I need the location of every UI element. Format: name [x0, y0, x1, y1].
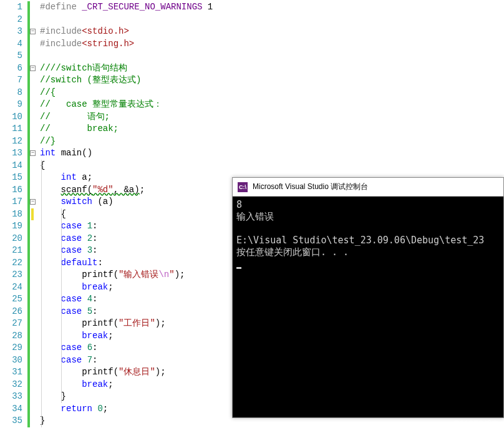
code-line[interactable]: #include<stdio.h> — [40, 26, 504, 38]
line-number: 17 — [0, 196, 22, 208]
code-line[interactable]: //} — [40, 135, 504, 148]
code-line[interactable]: //switch (整型表达式) — [40, 74, 504, 87]
line-number: 4 — [0, 38, 22, 51]
margin-row — [27, 14, 40, 26]
line-number: 28 — [0, 330, 22, 343]
console-title: Microsoft Visual Studio 调试控制台 — [253, 182, 368, 192]
line-number: 29 — [0, 342, 22, 354]
margin-row — [27, 354, 40, 367]
margin-row — [27, 87, 40, 99]
margin-row — [27, 135, 40, 148]
console-line: 按任意键关闭此窗口. . . — [236, 246, 500, 258]
margin-row — [27, 366, 40, 379]
code-line[interactable] — [40, 50, 504, 62]
line-number: 3 — [0, 26, 22, 38]
line-number: 25 — [0, 293, 22, 306]
line-number: 27 — [0, 318, 22, 330]
console-titlebar[interactable]: C:\ Microsoft Visual Studio 调试控制台 — [233, 178, 503, 197]
margin-row — [27, 50, 40, 62]
code-line[interactable]: //{ — [40, 87, 504, 99]
console-line — [236, 223, 500, 235]
code-line[interactable]: #include<string.h> — [40, 38, 504, 51]
margin-row — [27, 111, 40, 124]
margin-row — [27, 318, 40, 330]
margin-row — [27, 293, 40, 306]
line-number: 24 — [0, 281, 22, 294]
margin-row — [27, 160, 40, 172]
fold-toggle-icon[interactable]: − — [30, 66, 36, 71]
line-number-gutter: 1234567891011121314151617181920212223242… — [0, 0, 27, 433]
line-number: 7 — [0, 74, 22, 87]
margin-row — [27, 245, 40, 257]
code-line[interactable]: // 语句; — [40, 111, 504, 124]
console-cursor-line — [236, 258, 500, 270]
code-line[interactable] — [40, 14, 504, 26]
margin-row — [27, 208, 40, 221]
line-number: 22 — [0, 257, 22, 270]
line-number: 21 — [0, 245, 22, 257]
fold-toggle-icon[interactable]: − — [30, 150, 36, 156]
console-line: 8 — [236, 199, 500, 211]
line-number: 15 — [0, 172, 22, 184]
fold-toggle-icon[interactable]: − — [30, 199, 36, 205]
margin-row — [27, 281, 40, 294]
margin-row — [27, 269, 40, 281]
code-line[interactable]: // case 整型常量表达式： — [40, 99, 504, 111]
console-line: 输入错误 — [236, 211, 500, 223]
line-number: 35 — [0, 415, 22, 427]
code-line[interactable]: ////switch语句结构 — [40, 62, 504, 75]
line-number: 6 — [0, 62, 22, 75]
console-icon: C:\ — [238, 182, 248, 192]
fold-margin[interactable]: −−−− — [27, 0, 40, 433]
line-number: 10 — [0, 111, 22, 124]
line-number: 30 — [0, 354, 22, 367]
margin-row — [27, 342, 40, 354]
indent-guide — [61, 208, 62, 403]
line-number: 9 — [0, 99, 22, 111]
debug-console-window[interactable]: C:\ Microsoft Visual Studio 调试控制台 8输入错误 … — [232, 177, 504, 418]
margin-row — [27, 415, 40, 427]
code-line[interactable]: #define _CRT_SECURE_NO_WARNINGS 1 — [40, 1, 504, 14]
console-output: 8输入错误 E:\Visual Studio\test_23.09.06\Deb… — [233, 197, 503, 273]
indent-guide — [41, 160, 42, 427]
line-number: 34 — [0, 403, 22, 416]
margin-row — [27, 184, 40, 197]
line-number: 2 — [0, 14, 22, 26]
margin-row — [27, 123, 40, 135]
line-number: 12 — [0, 135, 22, 148]
line-number: 13 — [0, 147, 22, 160]
code-line[interactable]: // break; — [40, 123, 504, 135]
line-number: 1 — [0, 1, 22, 14]
margin-row — [27, 38, 40, 51]
margin-row — [27, 99, 40, 111]
line-number: 33 — [0, 391, 22, 403]
line-number: 5 — [0, 50, 22, 62]
margin-row — [27, 233, 40, 245]
margin-row — [27, 74, 40, 87]
code-line[interactable]: { — [40, 160, 504, 172]
line-number: 16 — [0, 184, 22, 197]
line-number: 26 — [0, 306, 22, 318]
console-line: E:\Visual Studio\test_23.09.06\Debug\tes… — [236, 235, 500, 246]
line-number: 31 — [0, 366, 22, 379]
fold-toggle-icon[interactable]: − — [30, 29, 36, 34]
margin-row — [27, 330, 40, 343]
margin-row — [27, 391, 40, 403]
line-number: 8 — [0, 87, 22, 99]
line-number: 14 — [0, 160, 22, 172]
code-line[interactable]: int main() — [40, 147, 504, 160]
margin-row — [27, 306, 40, 318]
line-number: 19 — [0, 220, 22, 233]
margin-row — [27, 403, 40, 416]
change-bar-new — [31, 208, 34, 221]
line-number: 11 — [0, 123, 22, 135]
margin-row: − — [27, 62, 40, 75]
line-number: 20 — [0, 233, 22, 245]
line-number: 23 — [0, 269, 22, 281]
margin-row — [27, 1, 40, 14]
margin-row — [27, 379, 40, 391]
margin-row — [27, 172, 40, 184]
console-cursor — [236, 267, 241, 269]
line-number: 32 — [0, 379, 22, 391]
margin-row: − — [27, 147, 40, 160]
